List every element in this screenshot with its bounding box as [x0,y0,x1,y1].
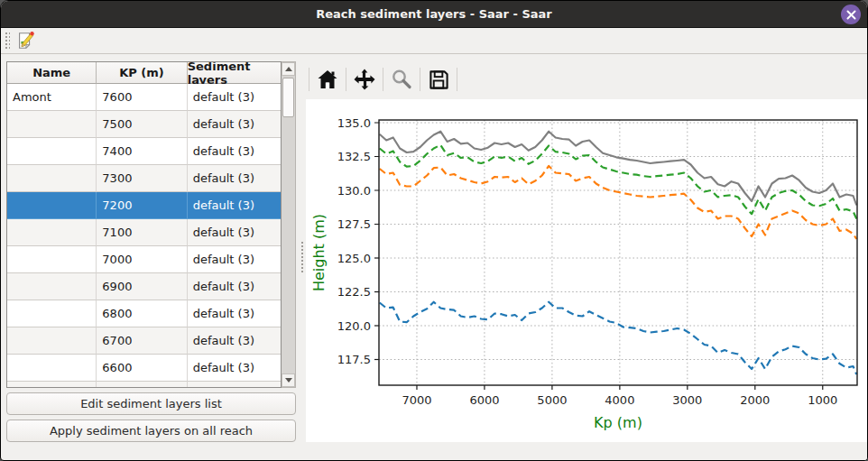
y-axis-label: Height (m) [310,214,328,291]
plot-save-button[interactable] [423,65,454,94]
x-tick-label: 1000 [808,393,837,407]
plot-home-button[interactable] [312,65,343,94]
table-cell[interactable]: default (3) [188,165,281,192]
header-name[interactable]: Name [7,62,97,84]
x-tick-label: 5000 [537,393,567,407]
y-tick-label: 122.5 [337,285,371,299]
x-tick-label: 3000 [672,393,702,407]
table-cell[interactable] [7,246,97,273]
y-tick-label: 127.5 [337,217,371,231]
table-cell[interactable]: 7500 [97,111,187,138]
table-cell[interactable] [7,327,97,355]
close-x-icon [846,10,856,20]
edit-sediment-layers-list-button[interactable]: Edit sediment layers list [6,392,296,415]
table-cell[interactable]: default (3) [188,219,281,246]
main-toolbar [1,28,867,54]
table-cell[interactable]: default (3) [188,111,281,138]
y-tick-label: 130.0 [337,184,371,198]
table-cell[interactable] [7,165,97,192]
titlebar[interactable]: Reach sediment layers - Saar - Saar [1,1,867,28]
table-cell[interactable]: 7200 [97,192,187,219]
table-body: Amont7600default (3)7500default (3)7400d… [7,84,281,387]
table-cell[interactable] [7,192,97,219]
table-cell [97,382,187,387]
table-cell[interactable]: default (3) [188,138,281,165]
height-vs-kp-plot: 7000600050004000300020001000135.0132.513… [306,99,868,442]
sections-panel: Name KP (m) Sediment layers Amont7600def… [1,54,299,460]
table-cell[interactable] [7,273,97,300]
move-arrows-icon [354,69,375,90]
table-cell[interactable]: 7600 [97,84,187,111]
floppy-save-icon [429,69,449,90]
y-tick-label: 117.5 [337,353,371,366]
table-row[interactable]: 7100default (3) [7,219,281,246]
table-cell[interactable]: default (3) [188,273,281,300]
y-tick-label: 125.0 [337,252,371,265]
table-cell[interactable]: 6600 [97,355,187,382]
table-row[interactable]: 6600default (3) [7,355,281,382]
table-cell[interactable] [7,300,97,327]
table-cell[interactable] [7,111,97,138]
table-cell[interactable]: 7300 [97,165,187,192]
y-tick-label: 135.0 [337,116,371,130]
table-row[interactable]: 7000default (3) [7,246,281,273]
x-tick-label: 7000 [402,393,431,407]
scroll-down-button[interactable] [282,373,295,387]
table-cell[interactable]: 6800 [97,300,187,327]
header-sediment-layers[interactable]: Sediment layers [188,62,281,84]
table-cell [188,382,281,387]
table-cell[interactable]: default (3) [188,246,281,273]
table-row-partial[interactable] [7,382,281,387]
table-cell[interactable]: 7000 [97,246,187,273]
table-cell[interactable]: 7100 [97,219,187,246]
table-row[interactable]: 6700default (3) [7,327,281,355]
table-cell[interactable] [7,138,97,165]
table-cell[interactable]: default (3) [188,192,281,219]
sections-table: Name KP (m) Sediment layers Amont7600def… [6,61,299,388]
table-row[interactable]: 6900default (3) [7,273,281,300]
arrow-down-icon [285,378,292,383]
table-cell[interactable]: default (3) [188,355,281,382]
table-cell[interactable]: Amont [7,84,97,111]
table-cell[interactable]: default (3) [188,84,281,111]
table-row[interactable]: 7400default (3) [7,138,281,165]
edit-sediment-layers-button[interactable] [14,29,37,52]
scrollbar-track[interactable] [282,76,295,373]
table-scrollbar[interactable] [282,61,296,388]
close-button[interactable] [841,5,861,24]
window-title: Reach sediment layers - Saar - Saar [316,7,552,21]
chart-canvas[interactable]: 7000600050004000300020001000135.0132.513… [306,99,867,442]
table-cell[interactable] [7,219,97,246]
table-row[interactable]: 6800default (3) [7,300,281,327]
header-kp[interactable]: KP (m) [97,62,187,84]
plot-pan-button[interactable] [349,65,380,94]
edit-sediment-icon [15,31,35,51]
panel-splitter[interactable] [299,54,306,460]
table-cell[interactable]: default (3) [188,327,281,355]
table-row[interactable]: Amont7600default (3) [7,84,281,111]
chart-panel: 7000600050004000300020001000135.0132.513… [306,54,867,460]
bottom-spacer [306,442,867,460]
plot-toolbar [306,54,867,99]
table-cell[interactable] [7,355,97,382]
scrollbar-thumb[interactable] [282,78,294,117]
blue-dashed-line [380,302,857,374]
x-tick-label: 6000 [469,393,499,407]
scroll-up-button[interactable] [282,62,295,76]
table-cell[interactable]: 7400 [97,138,187,165]
table-row[interactable]: 7500default (3) [7,111,281,138]
table-cell[interactable]: 6700 [97,327,187,355]
table-cell[interactable]: 6900 [97,273,187,300]
plot-spines [379,120,857,385]
table-row[interactable]: 7200default (3) [7,192,281,219]
table-cell[interactable]: default (3) [188,300,281,327]
y-tick-label: 120.0 [337,319,371,333]
sediment-table: Name KP (m) Sediment layers Amont7600def… [6,61,282,388]
table-header: Name KP (m) Sediment layers [7,62,281,84]
toolbar-drag-handle[interactable] [4,31,10,51]
table-row[interactable]: 7300default (3) [7,165,281,192]
plot-zoom-button[interactable] [386,65,417,94]
apply-sediment-layers-button[interactable]: Apply sediment layers on all reach [6,420,296,442]
x-tick-label: 4000 [605,393,634,407]
arrow-up-icon [285,67,292,71]
